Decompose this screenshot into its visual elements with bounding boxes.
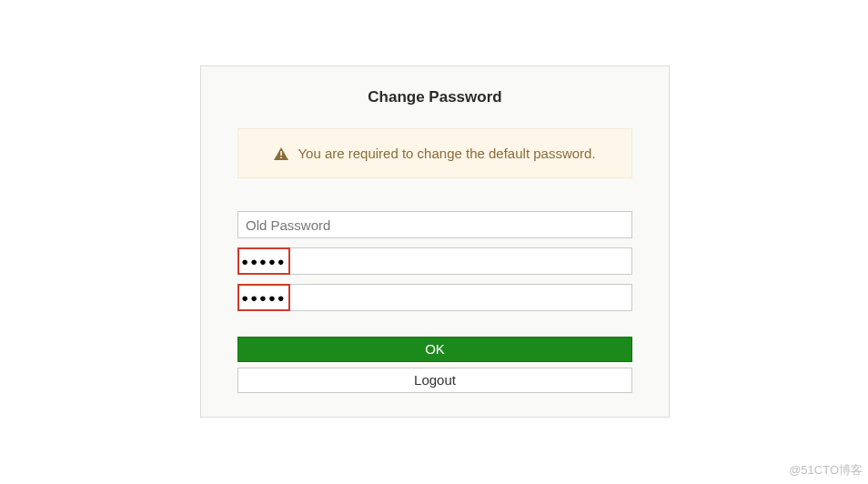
svg-rect-0 (281, 151, 283, 156)
old-password-input[interactable] (237, 211, 632, 238)
change-password-panel: Change Password You are required to chan… (200, 66, 670, 418)
new-password-input[interactable] (290, 248, 631, 274)
alert-message: You are required to change the default p… (298, 146, 595, 161)
ok-button[interactable]: OK (237, 337, 632, 362)
new-password-group: ●●●●● (237, 247, 632, 275)
panel-title: Change Password (237, 88, 632, 106)
confirm-password-group: ●●●●● (237, 284, 632, 311)
old-password-group (237, 211, 632, 238)
warning-triangle-icon (274, 147, 288, 160)
new-password-mask: ●●●●● (237, 247, 290, 275)
warning-alert: You are required to change the default p… (237, 128, 632, 178)
logout-button[interactable]: Logout (237, 368, 632, 393)
confirm-password-input[interactable] (290, 285, 631, 310)
button-area: OK Logout (237, 337, 632, 393)
svg-rect-1 (281, 156, 283, 158)
confirm-password-mask: ●●●●● (237, 284, 290, 311)
watermark: @51CTO博客 (789, 462, 863, 479)
